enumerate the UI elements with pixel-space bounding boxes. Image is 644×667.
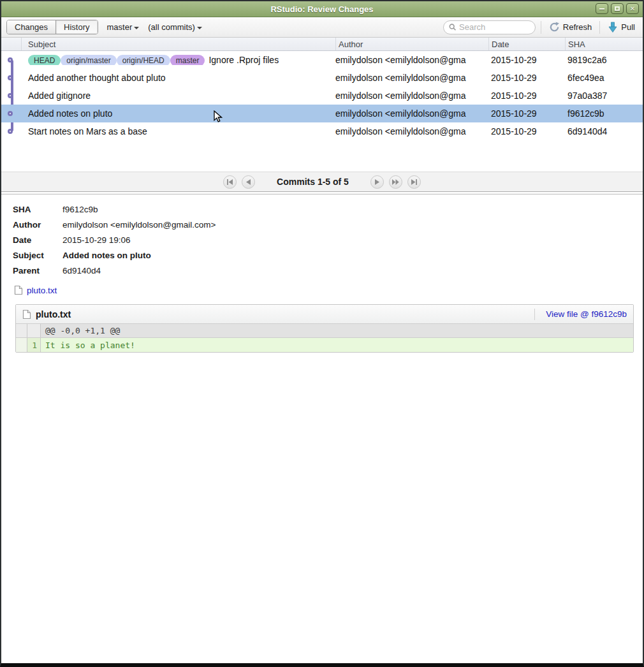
tab-changes[interactable]: Changes <box>7 20 56 34</box>
diff-line-text: @@ -0,0 +1,1 @@ <box>41 324 633 337</box>
commit-sha: 6d9140d4 <box>565 126 643 136</box>
commit-subject-cell: Start notes on Mars as a base <box>22 126 335 136</box>
ref-badge: HEAD <box>28 55 61 65</box>
pagination-label: Commits 1-5 of 5 <box>277 177 349 187</box>
title-bar[interactable]: RStudio: Review Changes ✕ <box>1 1 643 17</box>
commit-author: emilydolson <emilyldolson@gma <box>335 73 488 83</box>
pagination-next-button[interactable] <box>370 175 384 189</box>
detail-row: SHA f9612c9b <box>13 202 634 217</box>
commit-subject: Ignore .Rproj files <box>209 55 279 65</box>
toolbar-separator <box>541 21 541 34</box>
detail-label: SHA <box>13 202 62 217</box>
detail-value: 6d9140d4 <box>62 263 101 279</box>
view-file-link[interactable]: View file @ f9612c9b <box>546 309 627 319</box>
column-header-graph <box>1 38 22 50</box>
detail-label: Subject <box>13 248 62 263</box>
graph-node-circle <box>8 75 13 80</box>
toolbar-right: Refresh Pull <box>443 20 638 34</box>
toolbar-separator <box>599 21 600 34</box>
commit-date: 2015-10-29 <box>488 55 565 65</box>
pull-icon <box>608 22 618 33</box>
tab-history[interactable]: History <box>56 20 97 34</box>
close-button[interactable]: ✕ <box>626 3 639 14</box>
commit-graph-node <box>1 57 22 62</box>
refresh-button[interactable]: Refresh <box>546 20 595 34</box>
graph-node-circle <box>8 129 13 134</box>
detail-value: Added notes on pluto <box>62 248 151 263</box>
minimize-button[interactable] <box>596 3 608 14</box>
pagination-first-button[interactable] <box>223 175 237 189</box>
last-page-icon <box>411 179 418 186</box>
search-input[interactable] <box>459 22 530 32</box>
maximize-icon <box>615 6 620 11</box>
window-controls: ✕ <box>596 3 639 14</box>
commit-table-header: Subject Author Date SHA <box>1 38 643 51</box>
pull-button[interactable]: Pull <box>605 20 638 34</box>
diff-gutter-old <box>16 324 27 337</box>
column-header-date: Date <box>488 38 565 50</box>
diff-card: pluto.txt View file @ f9612c9b @@ -0,0 +… <box>15 304 634 353</box>
pagination-previous-button[interactable] <box>242 175 255 189</box>
pagination-fast-forward-button[interactable] <box>389 175 402 189</box>
table-row[interactable]: Added gitignore emilydolson <emilyldolso… <box>1 87 643 105</box>
commit-subject: Added notes on pluto <box>28 108 112 119</box>
detail-label: Author <box>13 217 62 233</box>
table-row[interactable]: Start notes on Mars as a base emilydolso… <box>1 122 643 140</box>
close-icon: ✕ <box>630 5 635 12</box>
diff-line: 1 It is so a planet! <box>16 338 633 352</box>
commit-date: 2015-10-29 <box>488 91 565 101</box>
table-row[interactable]: HEADorigin/masterorigin/HEADmasterIgnore… <box>1 51 643 69</box>
ref-badge: master <box>170 55 205 65</box>
table-row[interactable]: Added notes on pluto emilydolson <emilyl… <box>1 105 643 122</box>
toolbar: Changes History master (all commits) <box>1 17 643 38</box>
changed-file-row: pluto.txt <box>14 285 634 295</box>
detail-label: Parent <box>13 263 62 279</box>
detail-row: Author emilydolson <emilyldolson@gmail.c… <box>13 217 634 233</box>
maximize-button[interactable] <box>611 3 624 14</box>
graph-node-circle <box>8 111 13 116</box>
commit-sha: f9612c9b <box>565 108 643 119</box>
commit-graph-node <box>1 129 22 134</box>
window-title: RStudio: Review Changes <box>1 4 643 14</box>
detail-value: 2015-10-29 19:06 <box>62 233 131 248</box>
search-box[interactable] <box>443 20 536 34</box>
file-icon <box>14 285 23 295</box>
changed-file-link[interactable]: pluto.txt <box>27 286 57 295</box>
refresh-icon <box>549 22 560 33</box>
ref-badges: HEADorigin/masterorigin/HEADmaster <box>28 55 205 65</box>
commit-sha: 9819c2a6 <box>565 55 643 65</box>
commit-date: 2015-10-29 <box>488 73 565 83</box>
column-header-author: Author <box>335 38 488 50</box>
commit-filter-dropdown[interactable]: (all commits) <box>148 22 202 32</box>
branch-dropdown[interactable]: master <box>107 22 140 32</box>
commit-subject: Added gitignore <box>28 91 91 101</box>
previous-page-icon <box>245 179 252 186</box>
rstudio-review-changes-window: RStudio: Review Changes ✕ Changes Histor… <box>0 0 644 667</box>
diff-body: @@ -0,0 +1,1 @@ 1 It is so a planet! <box>16 324 633 352</box>
table-row[interactable]: Added another thought about pluto emilyd… <box>1 69 643 87</box>
commit-subject: Start notes on Mars as a base <box>28 126 147 136</box>
graph-node-circle <box>8 57 13 62</box>
detail-value: f9612c9b <box>62 202 98 217</box>
minimize-icon <box>599 8 604 10</box>
diff-line: @@ -0,0 +1,1 @@ <box>16 324 633 338</box>
detail-label: Date <box>13 233 62 248</box>
commit-date: 2015-10-29 <box>488 126 565 136</box>
commit-graph-node <box>1 75 22 80</box>
commit-rows: HEADorigin/masterorigin/HEADmasterIgnore… <box>1 51 643 172</box>
chevron-down-icon <box>197 27 202 29</box>
commit-subject-cell: Added gitignore <box>22 91 335 101</box>
diff-card-header: pluto.txt View file @ f9612c9b <box>16 305 633 324</box>
diff-gutter-old <box>16 338 27 352</box>
diff-gutter-new <box>27 324 41 337</box>
pagination-last-button[interactable] <box>407 175 421 189</box>
commit-graph-node <box>1 93 22 98</box>
commit-author: emilydolson <emilyldolson@gma <box>335 55 488 65</box>
commit-subject-cell: HEADorigin/masterorigin/HEADmasterIgnore… <box>22 55 335 65</box>
commit-date: 2015-10-29 <box>488 108 565 119</box>
commit-sha: 97a0a387 <box>565 91 643 101</box>
commit-filter-label: (all commits) <box>148 22 195 32</box>
diff-line-text: It is so a planet! <box>41 338 633 352</box>
diff-gutter-new: 1 <box>27 338 41 352</box>
search-icon <box>449 23 456 31</box>
